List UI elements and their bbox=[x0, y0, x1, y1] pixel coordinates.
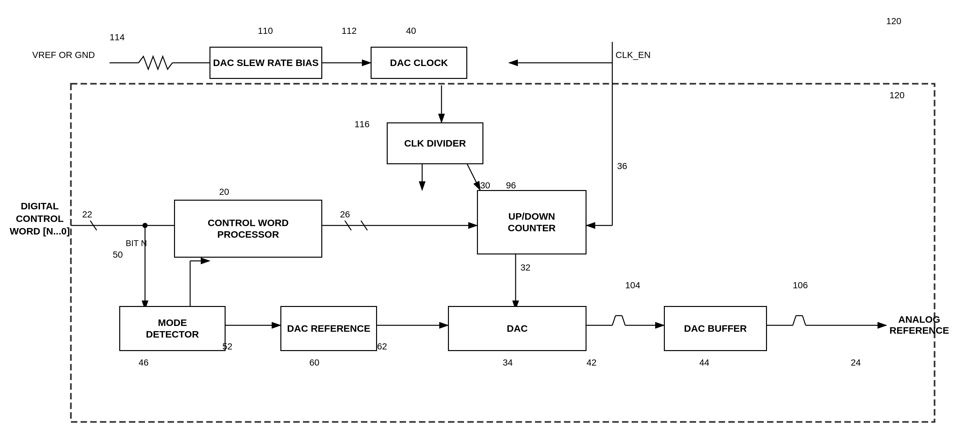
svg-line-25 bbox=[612, 315, 616, 325]
ref-32: 32 bbox=[520, 263, 530, 273]
ref-52: 52 bbox=[222, 341, 232, 352]
dac-buffer-block: DAC BUFFER bbox=[664, 306, 767, 351]
mode-detector-block: MODEDETECTOR bbox=[119, 306, 226, 351]
dac-slew-rate-bias-block: DAC SLEW RATE BIAS bbox=[210, 47, 322, 79]
ref-50: 50 bbox=[113, 250, 123, 260]
mode-detector-label: MODEDETECTOR bbox=[146, 317, 199, 340]
up-down-counter-block: UP/DOWNCOUNTER bbox=[477, 190, 587, 254]
clk-divider-block: CLK DIVIDER bbox=[387, 122, 484, 164]
ref-22: 22 bbox=[82, 209, 92, 220]
digital-control-word-label: DIGITALCONTROLWORD [N...0] bbox=[10, 200, 70, 238]
control-word-processor-label: CONTROL WORDPROCESSOR bbox=[208, 217, 288, 240]
ref-106: 106 bbox=[793, 280, 808, 290]
vref-gnd-label: VREF OR GND bbox=[32, 50, 95, 60]
svg-line-33 bbox=[802, 315, 806, 325]
svg-line-31 bbox=[793, 315, 796, 325]
ref-104: 104 bbox=[625, 280, 640, 290]
ref-44: 44 bbox=[699, 358, 709, 368]
dac-reference-block: DAC REFERENCE bbox=[280, 306, 377, 351]
ref-10: 120 bbox=[886, 16, 901, 26]
ref-36: 36 bbox=[617, 161, 627, 171]
bit-n-label: BIT N bbox=[126, 238, 147, 248]
ref-114: 114 bbox=[110, 32, 125, 43]
ref-62: 62 bbox=[377, 341, 387, 352]
ref-42: 42 bbox=[587, 358, 597, 368]
dac-buffer-label: DAC BUFFER bbox=[684, 323, 747, 334]
ref-26: 26 bbox=[340, 209, 350, 220]
dac-clock-label: DAC CLOCK bbox=[390, 57, 448, 68]
ref-46: 46 bbox=[138, 358, 149, 368]
svg-line-27 bbox=[622, 315, 625, 325]
ref-40: 40 bbox=[406, 26, 416, 36]
dac-reference-label: DAC REFERENCE bbox=[287, 323, 370, 334]
ref-34: 34 bbox=[503, 358, 513, 368]
dac-slew-rate-bias-label: DAC SLEW RATE BIAS bbox=[213, 57, 319, 68]
analog-reference-label: ANALOGREFERENCE bbox=[889, 314, 949, 336]
ref-120: 120 bbox=[889, 90, 905, 100]
ref-30: 30 bbox=[480, 181, 490, 191]
dac-block: DAC bbox=[448, 306, 587, 351]
ref-20: 20 bbox=[219, 187, 229, 197]
up-down-counter-label: UP/DOWNCOUNTER bbox=[508, 211, 555, 234]
svg-line-8 bbox=[467, 164, 480, 190]
clk-en-label: CLK_EN bbox=[616, 50, 651, 60]
ref-24: 24 bbox=[851, 358, 861, 368]
dac-clock-block: DAC CLOCK bbox=[371, 47, 467, 79]
dac-label: DAC bbox=[507, 323, 528, 334]
clk-divider-label: CLK DIVIDER bbox=[404, 138, 466, 149]
ref-112: 112 bbox=[342, 26, 357, 36]
ref-116: 116 bbox=[355, 119, 370, 130]
control-word-processor-block: CONTROL WORDPROCESSOR bbox=[174, 200, 322, 258]
ref-96: 96 bbox=[506, 181, 516, 191]
ref-60: 60 bbox=[309, 358, 319, 368]
ref-110: 110 bbox=[258, 26, 273, 36]
